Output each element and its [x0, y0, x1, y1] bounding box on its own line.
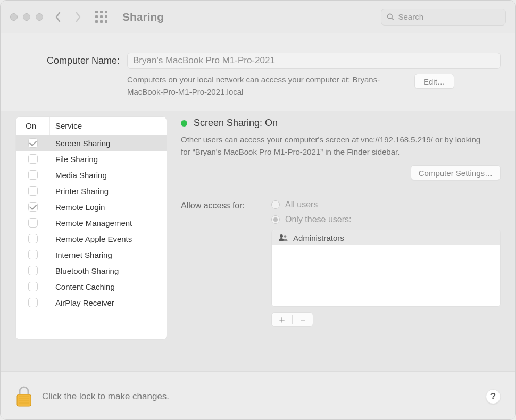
- service-checkbox[interactable]: [28, 154, 38, 164]
- service-row[interactable]: Printer Sharing: [16, 183, 167, 199]
- service-checkbox[interactable]: [28, 170, 38, 180]
- radio-all-users[interactable]: All users: [271, 200, 501, 209]
- service-row[interactable]: Internet Sharing: [16, 247, 167, 263]
- service-checkbox[interactable]: [28, 282, 38, 291]
- search-input[interactable]: [398, 12, 500, 21]
- service-label: AirPlay Receiver: [50, 298, 167, 307]
- radio-icon: [271, 200, 280, 209]
- window-controls: [10, 13, 43, 21]
- service-row[interactable]: Content Caching: [16, 279, 167, 295]
- footer: Click the lock to make changes. ?: [1, 371, 515, 420]
- service-checkbox[interactable]: [28, 250, 38, 259]
- service-detail: Screen Sharing: On Other users can acces…: [181, 116, 501, 371]
- service-checkbox[interactable]: [28, 218, 38, 228]
- remove-user-button[interactable]: －: [293, 313, 313, 326]
- service-row[interactable]: Bluetooth Sharing: [16, 263, 167, 279]
- radio-only-these-users-label: Only these users:: [285, 215, 352, 224]
- users-icon: [278, 234, 288, 241]
- zoom-window-button[interactable]: [36, 13, 43, 21]
- service-label: Printer Sharing: [50, 187, 167, 196]
- service-label: Internet Sharing: [50, 250, 167, 259]
- service-row[interactable]: File Sharing: [16, 151, 167, 167]
- service-row[interactable]: Screen Sharing: [16, 135, 167, 151]
- service-row[interactable]: Remote Login: [16, 199, 167, 215]
- user-name: Administrators: [293, 233, 344, 242]
- radio-only-these-users[interactable]: Only these users:: [271, 215, 501, 224]
- search-icon: [387, 13, 394, 21]
- service-label: Remote Management: [50, 219, 167, 228]
- add-user-button[interactable]: ＋: [272, 313, 292, 326]
- allow-access-label: Allow access for:: [181, 200, 271, 211]
- computer-name-value: Bryan's MacBook Pro M1-Pro-2021: [133, 55, 275, 66]
- add-remove-control: ＋ －: [271, 312, 313, 327]
- computer-name-description: Computers on your local network can acce…: [127, 74, 404, 98]
- service-label: Remote Login: [50, 203, 167, 212]
- service-label: Content Caching: [50, 282, 167, 291]
- computer-name-field[interactable]: Bryan's MacBook Pro M1-Pro-2021: [127, 53, 501, 69]
- user-row[interactable]: Administrators: [272, 230, 500, 245]
- toolbar: Sharing: [1, 1, 515, 33]
- close-window-button[interactable]: [10, 13, 18, 21]
- service-checkbox[interactable]: [28, 266, 38, 275]
- users-list[interactable]: Administrators: [271, 230, 501, 307]
- service-row[interactable]: Media Sharing: [16, 167, 167, 183]
- svg-rect-4: [17, 394, 31, 406]
- nav-buttons: [55, 12, 81, 22]
- services-panel: On Service Screen SharingFile SharingMed…: [15, 116, 167, 371]
- service-row[interactable]: Remote Apple Events: [16, 231, 167, 247]
- forward-button[interactable]: [75, 12, 81, 22]
- service-checkbox[interactable]: [28, 298, 38, 307]
- service-label: Media Sharing: [50, 171, 167, 180]
- edit-button[interactable]: Edit…: [414, 74, 454, 89]
- back-button[interactable]: [55, 12, 61, 22]
- svg-point-3: [284, 235, 287, 238]
- column-service[interactable]: Service: [50, 121, 167, 130]
- service-row[interactable]: Remote Management: [16, 215, 167, 231]
- service-checkbox[interactable]: [28, 186, 38, 196]
- status-title: Screen Sharing: On: [194, 117, 278, 129]
- service-checkbox[interactable]: [28, 234, 38, 243]
- computer-settings-button[interactable]: Computer Settings…: [411, 165, 501, 180]
- svg-line-1: [392, 18, 393, 20]
- service-label: File Sharing: [50, 155, 167, 164]
- help-button[interactable]: ?: [486, 389, 501, 404]
- radio-all-users-label: All users: [285, 200, 318, 209]
- lock-icon[interactable]: [15, 386, 32, 407]
- search-field[interactable]: [381, 9, 506, 26]
- minimize-window-button[interactable]: [23, 13, 30, 21]
- service-label: Screen Sharing: [50, 139, 167, 148]
- service-row[interactable]: AirPlay Receiver: [16, 295, 167, 310]
- service-label: Bluetooth Sharing: [50, 266, 167, 275]
- services-header: On Service: [16, 117, 167, 135]
- svg-point-0: [388, 14, 392, 18]
- svg-point-2: [280, 234, 283, 238]
- window-title: Sharing: [122, 11, 164, 23]
- computer-name-label: Computer Name:: [15, 55, 122, 66]
- column-on[interactable]: On: [16, 117, 50, 135]
- radio-icon: [271, 215, 280, 224]
- show-all-icon[interactable]: [95, 11, 107, 23]
- service-checkbox[interactable]: [28, 138, 38, 148]
- main-content: On Service Screen SharingFile SharingMed…: [1, 111, 515, 371]
- divider: [181, 190, 501, 190]
- service-label: Remote Apple Events: [50, 234, 167, 243]
- services-table: On Service Screen SharingFile SharingMed…: [15, 116, 167, 340]
- status-indicator-icon: [181, 120, 187, 127]
- service-checkbox[interactable]: [28, 202, 38, 212]
- lock-text: Click the lock to make changes.: [42, 391, 169, 402]
- status-description: Other users can access your computer's s…: [181, 134, 489, 158]
- access-radio-group: All users Only these users:: [271, 200, 501, 224]
- computer-name-section: Computer Name: Bryan's MacBook Pro M1-Pr…: [1, 33, 515, 111]
